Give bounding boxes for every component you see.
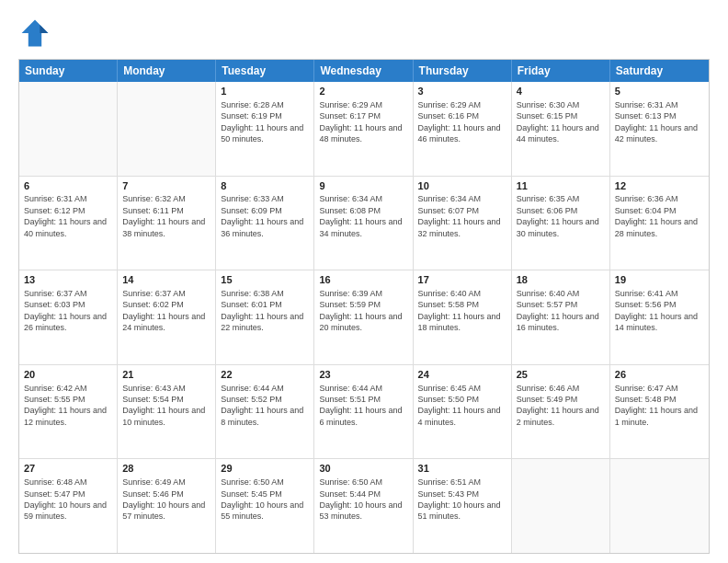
- day-number: 17: [418, 273, 506, 287]
- day-number: 20: [24, 368, 112, 382]
- cell-info: Sunrise: 6:47 AMSunset: 5:48 PMDaylight:…: [615, 384, 698, 427]
- day-number: 1: [221, 85, 309, 98]
- calendar-cell: 10Sunrise: 6:34 AMSunset: 6:07 PMDayligh…: [414, 177, 512, 270]
- cell-info: Sunrise: 6:49 AMSunset: 5:46 PMDaylight:…: [122, 477, 205, 521]
- calendar-cell: 5Sunrise: 6:31 AMSunset: 6:13 PMDaylight…: [610, 82, 709, 176]
- day-number: 30: [319, 462, 407, 476]
- calendar-row: 27Sunrise: 6:48 AMSunset: 5:47 PMDayligh…: [19, 458, 709, 553]
- cell-info: Sunrise: 6:40 AMSunset: 5:58 PMDaylight:…: [418, 289, 501, 332]
- day-number: 6: [24, 179, 112, 193]
- cell-info: Sunrise: 6:39 AMSunset: 5:59 PMDaylight:…: [319, 289, 402, 332]
- calendar-row: 1Sunrise: 6:28 AMSunset: 6:19 PMDaylight…: [19, 82, 709, 176]
- cell-info: Sunrise: 6:50 AMSunset: 5:45 PMDaylight:…: [221, 477, 303, 521]
- day-number: 28: [122, 462, 210, 476]
- day-number: 14: [122, 273, 210, 287]
- calendar-cell: 7Sunrise: 6:32 AMSunset: 6:11 PMDaylight…: [118, 177, 216, 270]
- logo-icon: [18, 17, 51, 50]
- calendar-cell: 22Sunrise: 6:44 AMSunset: 5:52 PMDayligh…: [216, 365, 314, 459]
- calendar-cell: 4Sunrise: 6:30 AMSunset: 6:15 PMDaylight…: [512, 82, 610, 176]
- day-number: 29: [221, 462, 309, 476]
- day-number: 11: [517, 179, 605, 193]
- calendar-cell: 31Sunrise: 6:51 AMSunset: 5:43 PMDayligh…: [414, 459, 512, 553]
- cell-info: Sunrise: 6:40 AMSunset: 5:57 PMDaylight:…: [517, 289, 599, 332]
- cell-info: Sunrise: 6:34 AMSunset: 6:08 PMDaylight:…: [319, 194, 402, 237]
- calendar-cell: 25Sunrise: 6:46 AMSunset: 5:49 PMDayligh…: [512, 365, 610, 459]
- cell-info: Sunrise: 6:29 AMSunset: 6:16 PMDaylight:…: [418, 100, 501, 144]
- cell-info: Sunrise: 6:48 AMSunset: 5:47 PMDaylight:…: [24, 477, 107, 521]
- day-number: 27: [24, 462, 112, 476]
- calendar-cell: 23Sunrise: 6:44 AMSunset: 5:51 PMDayligh…: [314, 365, 413, 459]
- cell-info: Sunrise: 6:30 AMSunset: 6:15 PMDaylight:…: [517, 100, 599, 144]
- calendar-cell: 27Sunrise: 6:48 AMSunset: 5:47 PMDayligh…: [19, 459, 118, 553]
- cell-info: Sunrise: 6:46 AMSunset: 5:49 PMDaylight:…: [517, 384, 599, 427]
- cell-info: Sunrise: 6:31 AMSunset: 6:12 PMDaylight:…: [24, 194, 107, 237]
- cell-info: Sunrise: 6:45 AMSunset: 5:50 PMDaylight:…: [418, 384, 501, 427]
- day-number: 8: [221, 179, 309, 193]
- cell-info: Sunrise: 6:32 AMSunset: 6:11 PMDaylight:…: [122, 194, 205, 237]
- day-number: 2: [319, 85, 407, 98]
- calendar-cell: 12Sunrise: 6:36 AMSunset: 6:04 PMDayligh…: [610, 177, 709, 270]
- calendar-cell: 1Sunrise: 6:28 AMSunset: 6:19 PMDaylight…: [216, 82, 314, 176]
- cell-info: Sunrise: 6:31 AMSunset: 6:13 PMDaylight:…: [615, 100, 698, 144]
- day-number: 9: [319, 179, 407, 193]
- day-number: 4: [517, 85, 605, 98]
- header-day-thursday: Thursday: [414, 60, 512, 82]
- cell-info: Sunrise: 6:34 AMSunset: 6:07 PMDaylight:…: [418, 194, 501, 237]
- calendar-cell: 16Sunrise: 6:39 AMSunset: 5:59 PMDayligh…: [314, 270, 413, 364]
- day-number: 18: [517, 273, 605, 287]
- day-number: 13: [24, 273, 112, 287]
- calendar-cell: 18Sunrise: 6:40 AMSunset: 5:57 PMDayligh…: [512, 270, 610, 364]
- header-day-monday: Monday: [118, 60, 216, 82]
- day-number: 19: [615, 273, 704, 287]
- calendar: SundayMondayTuesdayWednesdayThursdayFrid…: [18, 59, 710, 554]
- calendar-cell: 26Sunrise: 6:47 AMSunset: 5:48 PMDayligh…: [610, 365, 709, 459]
- calendar-cell: 13Sunrise: 6:37 AMSunset: 6:03 PMDayligh…: [19, 270, 118, 364]
- svg-marker-1: [40, 25, 48, 33]
- calendar-cell: 3Sunrise: 6:29 AMSunset: 6:16 PMDaylight…: [414, 82, 512, 176]
- logo: [18, 17, 55, 50]
- calendar-row: 13Sunrise: 6:37 AMSunset: 6:03 PMDayligh…: [19, 270, 709, 364]
- day-number: 10: [418, 179, 506, 193]
- calendar-cell: [512, 459, 610, 553]
- header: [18, 17, 710, 50]
- header-day-friday: Friday: [512, 60, 610, 82]
- calendar-cell: 6Sunrise: 6:31 AMSunset: 6:12 PMDaylight…: [19, 177, 118, 270]
- cell-info: Sunrise: 6:41 AMSunset: 5:56 PMDaylight:…: [615, 289, 698, 332]
- calendar-cell: 28Sunrise: 6:49 AMSunset: 5:46 PMDayligh…: [118, 459, 216, 553]
- calendar-cell: 19Sunrise: 6:41 AMSunset: 5:56 PMDayligh…: [610, 270, 709, 364]
- cell-info: Sunrise: 6:50 AMSunset: 5:44 PMDaylight:…: [319, 477, 402, 521]
- day-number: 25: [517, 368, 605, 382]
- calendar-page: SundayMondayTuesdayWednesdayThursdayFrid…: [0, 0, 728, 563]
- calendar-cell: 8Sunrise: 6:33 AMSunset: 6:09 PMDaylight…: [216, 177, 314, 270]
- cell-info: Sunrise: 6:37 AMSunset: 6:03 PMDaylight:…: [24, 289, 107, 332]
- calendar-cell: [19, 82, 118, 176]
- day-number: 26: [615, 368, 704, 382]
- calendar-cell: 2Sunrise: 6:29 AMSunset: 6:17 PMDaylight…: [314, 82, 413, 176]
- calendar-cell: [118, 82, 216, 176]
- cell-info: Sunrise: 6:37 AMSunset: 6:02 PMDaylight:…: [122, 289, 205, 332]
- calendar-cell: 24Sunrise: 6:45 AMSunset: 5:50 PMDayligh…: [414, 365, 512, 459]
- calendar-cell: 14Sunrise: 6:37 AMSunset: 6:02 PMDayligh…: [118, 270, 216, 364]
- cell-info: Sunrise: 6:36 AMSunset: 6:04 PMDaylight:…: [615, 194, 698, 237]
- cell-info: Sunrise: 6:44 AMSunset: 5:52 PMDaylight:…: [221, 384, 303, 427]
- day-number: 22: [221, 368, 309, 382]
- calendar-row: 20Sunrise: 6:42 AMSunset: 5:55 PMDayligh…: [19, 364, 709, 459]
- day-number: 21: [122, 368, 210, 382]
- cell-info: Sunrise: 6:38 AMSunset: 6:01 PMDaylight:…: [221, 289, 303, 332]
- calendar-header: SundayMondayTuesdayWednesdayThursdayFrid…: [19, 60, 709, 82]
- calendar-cell: 21Sunrise: 6:43 AMSunset: 5:54 PMDayligh…: [118, 365, 216, 459]
- day-number: 15: [221, 273, 309, 287]
- calendar-cell: 9Sunrise: 6:34 AMSunset: 6:08 PMDaylight…: [314, 177, 413, 270]
- calendar-row: 6Sunrise: 6:31 AMSunset: 6:12 PMDaylight…: [19, 176, 709, 270]
- day-number: 3: [418, 85, 506, 98]
- header-day-tuesday: Tuesday: [216, 60, 314, 82]
- calendar-cell: 15Sunrise: 6:38 AMSunset: 6:01 PMDayligh…: [216, 270, 314, 364]
- day-number: 7: [122, 179, 210, 193]
- calendar-body: 1Sunrise: 6:28 AMSunset: 6:19 PMDaylight…: [19, 82, 709, 553]
- cell-info: Sunrise: 6:42 AMSunset: 5:55 PMDaylight:…: [24, 384, 107, 427]
- cell-info: Sunrise: 6:33 AMSunset: 6:09 PMDaylight:…: [221, 194, 303, 237]
- header-day-saturday: Saturday: [610, 60, 709, 82]
- calendar-cell: 30Sunrise: 6:50 AMSunset: 5:44 PMDayligh…: [314, 459, 413, 553]
- day-number: 23: [319, 368, 407, 382]
- calendar-cell: 11Sunrise: 6:35 AMSunset: 6:06 PMDayligh…: [512, 177, 610, 270]
